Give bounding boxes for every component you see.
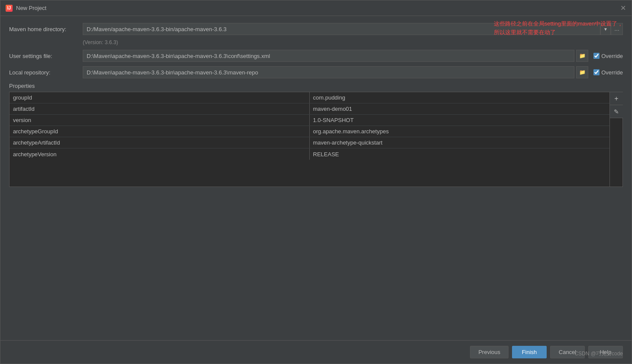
user-settings-override-label: Override <box>593 53 623 59</box>
properties-section: Properties groupId com.pudding artifactI… <box>9 83 623 187</box>
edit-property-button[interactable]: ✎ <box>610 105 623 118</box>
title-bar-left: IJ New Project <box>6 5 46 12</box>
properties-table-wrapper: groupId com.pudding artifactId maven-dem… <box>9 92 623 187</box>
prop-key: version <box>10 115 310 126</box>
local-repo-browse-btn[interactable]: 📁 <box>576 66 588 78</box>
version-text: (Version: 3.6.3) <box>83 39 623 45</box>
prop-key: archetypeGroupId <box>10 126 310 137</box>
prop-value: org.apache.maven.archetypes <box>310 126 610 137</box>
local-repo-input-group: 📁 Override <box>83 66 623 78</box>
local-repo-input[interactable] <box>83 66 574 78</box>
prop-value: 1.0-SNAPSHOT <box>310 115 610 126</box>
user-settings-browse-btn[interactable]: 📁 <box>576 50 588 62</box>
table-row[interactable]: archetypeArtifactId maven-archetype-quic… <box>10 137 609 148</box>
user-settings-input[interactable] <box>83 50 574 62</box>
table-row[interactable]: version 1.0-SNAPSHOT <box>10 115 609 126</box>
maven-home-label: Maven home directory: <box>9 26 83 32</box>
finish-button[interactable]: Finish <box>512 346 547 358</box>
prop-value: maven-demo01 <box>310 103 610 114</box>
prop-key: groupId <box>10 92 310 103</box>
user-settings-row: User settings file: 📁 Override <box>9 50 623 62</box>
annotation-text: 这些路径之前在全局setting里面的maven中设置了， 所以这里就不需要在动… <box>494 19 623 36</box>
watermark: CSDN @巧克力code <box>574 350 623 358</box>
table-row[interactable]: archetypeGroupId org.apache.maven.archet… <box>10 126 609 137</box>
app-icon: IJ <box>6 5 13 12</box>
local-repo-override-label: Override <box>593 69 623 76</box>
table-row[interactable]: artifactId maven-demo01 <box>10 103 609 115</box>
prop-key: artifactId <box>10 103 310 114</box>
properties-table: groupId com.pudding artifactId maven-dem… <box>10 92 609 187</box>
dialog-content: 这些路径之前在全局setting里面的maven中设置了， 所以这里就不需要在动… <box>0 16 632 340</box>
close-button[interactable]: ✕ <box>619 5 626 12</box>
local-repo-label: Local repository: <box>9 69 83 76</box>
user-settings-input-group: 📁 Override <box>83 50 623 62</box>
dialog-title: New Project <box>16 5 46 11</box>
table-actions: + ✎ <box>609 92 622 187</box>
user-settings-override-checkbox[interactable] <box>593 53 600 59</box>
prop-value: RELEASE <box>310 148 610 160</box>
table-row[interactable]: groupId com.pudding <box>10 92 609 103</box>
user-settings-label: User settings file: <box>9 53 83 59</box>
previous-button[interactable]: Previous <box>470 346 509 358</box>
bottom-bar: Previous Finish Cancel Help CSDN @巧克力cod… <box>0 340 632 364</box>
new-project-dialog: IJ New Project ✕ 这些路径之前在全局setting里面的mave… <box>0 0 632 364</box>
prop-key: archetypeArtifactId <box>10 137 310 148</box>
title-bar: IJ New Project ✕ <box>0 0 632 16</box>
properties-title: Properties <box>9 83 623 89</box>
local-repo-row: Local repository: 📁 Override <box>9 66 623 78</box>
table-row[interactable]: archetypeVersion RELEASE <box>10 148 609 160</box>
add-property-button[interactable]: + <box>610 92 623 105</box>
prop-value: com.pudding <box>310 92 610 103</box>
prop-value: maven-archetype-quickstart <box>310 137 610 148</box>
prop-key: archetypeVersion <box>10 148 310 160</box>
local-repo-override-checkbox[interactable] <box>593 69 600 75</box>
